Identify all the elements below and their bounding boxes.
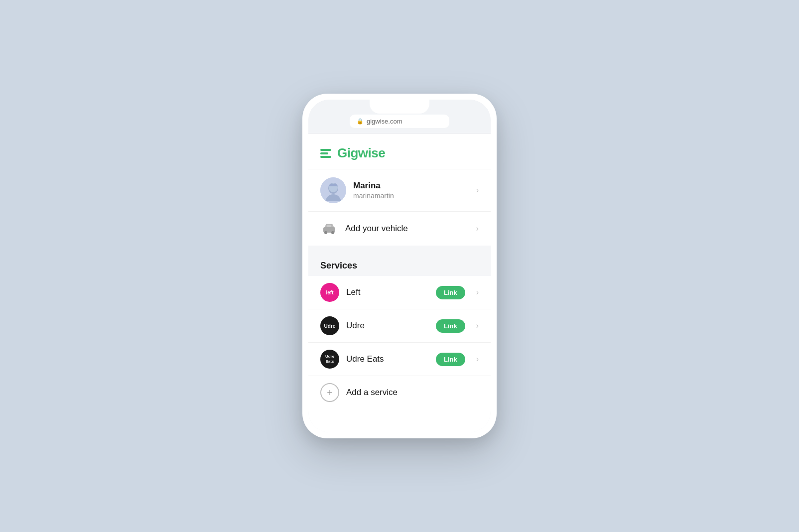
left-chevron: › [476, 288, 479, 297]
vehicle-row[interactable]: Add your vehicle › [308, 211, 491, 246]
service-item-udre[interactable]: Udre Udre Link › [308, 309, 491, 342]
left-service-logo: left [320, 283, 339, 302]
udre-eats-chevron: › [476, 355, 479, 364]
service-item-left[interactable]: left Left Link › [308, 276, 491, 309]
url-bar: 🔒 gigwise.com [350, 115, 449, 128]
udre-eats-service-name: Udre Eats [346, 354, 429, 364]
services-list: left Left Link › Udre Udre Link › UdreEa… [308, 276, 491, 409]
svg-point-6 [331, 231, 334, 234]
user-info: Marina marinamartin [353, 181, 469, 200]
add-service-row[interactable]: + Add a service [308, 376, 491, 409]
car-icon [320, 220, 338, 238]
left-link-badge[interactable]: Link [436, 286, 465, 299]
url-text: gigwise.com [367, 118, 402, 125]
udre-eats-service-logo: UdreEats [320, 350, 339, 369]
udre-service-logo: Udre [320, 316, 339, 335]
vehicle-chevron: › [476, 224, 479, 233]
lock-icon: 🔒 [357, 118, 364, 125]
logo-line-2 [320, 152, 328, 154]
add-service-icon: + [320, 383, 339, 402]
add-service-label: Add a service [346, 388, 398, 398]
gigwise-logo-icon [320, 149, 331, 158]
left-service-name: Left [346, 287, 429, 297]
app-header: Gigwise [308, 133, 491, 169]
phone-notch [370, 100, 429, 114]
udre-service-name: Udre [346, 321, 429, 331]
vehicle-label: Add your vehicle [345, 224, 469, 234]
logo-line-3 [320, 156, 331, 158]
user-name: Marina [353, 181, 469, 191]
spacer-1 [308, 246, 491, 252]
avatar [320, 177, 346, 203]
service-item-udre-eats[interactable]: UdreEats Udre Eats Link › [308, 342, 491, 376]
user-handle: marinamartin [353, 192, 469, 200]
logo-line-1 [320, 149, 331, 151]
phone-screen: 🔒 gigwise.com Gigwise [308, 100, 491, 432]
profile-chevron: › [476, 186, 479, 195]
page-content: Gigwise Marina marinamartin [308, 133, 491, 432]
svg-rect-7 [327, 225, 331, 227]
profile-row[interactable]: Marina marinamartin › [308, 169, 491, 211]
udre-chevron: › [476, 321, 479, 330]
svg-point-5 [324, 231, 327, 234]
app-title: Gigwise [337, 145, 385, 161]
udre-eats-link-badge[interactable]: Link [436, 353, 465, 366]
phone-frame: 🔒 gigwise.com Gigwise [302, 94, 497, 438]
udre-link-badge[interactable]: Link [436, 319, 465, 333]
services-section-title: Services [308, 252, 491, 276]
